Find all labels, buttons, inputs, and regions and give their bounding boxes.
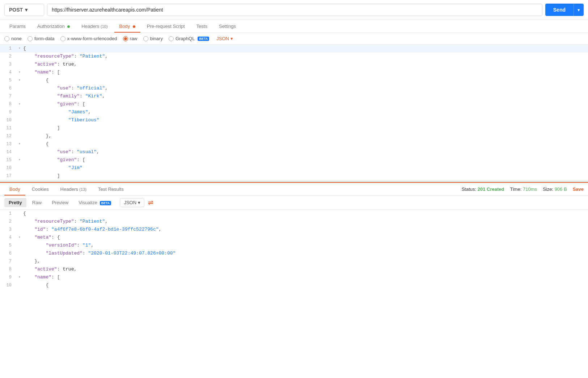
code-line: 14 "use": "usual", [0, 148, 588, 156]
save-response-button[interactable]: Save [573, 186, 584, 192]
code-line: 12 }, [0, 132, 588, 140]
method-select[interactable]: POST ▾ [4, 4, 44, 16]
collapse-arrow[interactable]: ▾ [18, 140, 21, 148]
collapse-arrow[interactable]: ▾ [18, 76, 21, 84]
code-line: 2 "resourceType": "Patient", [0, 218, 588, 226]
request-editor[interactable]: 1 ▾ { 2 "resourceType": "Patient", 3 "ac… [0, 45, 588, 182]
radio-urlencoded[interactable] [60, 36, 65, 41]
code-line: 1 ▾ { [0, 45, 588, 52]
pretty-button[interactable]: Pretty [4, 198, 26, 207]
option-urlencoded[interactable]: x-www-form-urlencoded [60, 36, 117, 41]
collapse-arrow[interactable]: ▾ [18, 45, 21, 52]
body-options-bar: none form-data x-www-form-urlencoded raw… [0, 33, 588, 45]
option-raw[interactable]: raw [123, 36, 138, 41]
pretty-bar: Pretty Raw Preview Visualize BETA JSON ▾… [0, 196, 588, 210]
resp-tab-cookies[interactable]: Cookies [27, 183, 54, 196]
code-line: 16 "Jim" [0, 164, 588, 172]
tab-settings[interactable]: Settings [214, 20, 241, 33]
visualize-button[interactable]: Visualize BETA [74, 198, 115, 207]
code-line: 7 "family": "Kirk", [0, 92, 588, 100]
code-line: 10 { [0, 281, 588, 289]
code-line: 7 }, [0, 257, 588, 265]
code-line: 6 "use": "official", [0, 84, 588, 92]
send-group: Send ▾ [545, 4, 584, 16]
radio-binary[interactable] [143, 36, 148, 41]
collapse-arrow[interactable]: ▾ [18, 156, 21, 164]
response-format-selector[interactable]: JSON ▾ [120, 198, 144, 207]
response-editor: 1 { 2 "resourceType": "Patient", 3 "id":… [0, 210, 588, 315]
resp-tab-headers[interactable]: Headers (13) [55, 183, 92, 196]
code-line: 11 ] [0, 124, 588, 132]
code-line: 3 "id": "a4f6f7e8-6bf0-4af2-bd1e-39ffc52… [0, 226, 588, 234]
code-line: 15 ▾ "given": [ [0, 156, 588, 164]
preview-button[interactable]: Preview [47, 198, 73, 207]
wrap-icon[interactable]: ⇌ [148, 199, 153, 207]
graphql-beta-badge: BETA [198, 37, 209, 41]
code-line: 10 "Tiberious" [0, 116, 588, 124]
code-line: 13 ▾ { [0, 140, 588, 148]
send-dropdown-button[interactable]: ▾ [574, 4, 584, 16]
code-line: 1 { [0, 210, 588, 218]
body-dot [133, 25, 135, 28]
tab-body[interactable]: Body [114, 20, 140, 33]
code-line: 4 ▾ "name": [ [0, 68, 588, 76]
raw-button[interactable]: Raw [28, 198, 46, 207]
collapse-arrow[interactable]: ▾ [18, 68, 21, 76]
request-tabs-bar: Params Authorization Headers (10) Body P… [0, 20, 588, 33]
url-input[interactable] [47, 4, 542, 16]
collapse-arrow[interactable]: ▾ [18, 100, 21, 108]
resp-tab-test-results[interactable]: Test Results [93, 183, 129, 196]
option-form-data[interactable]: form-data [28, 36, 55, 41]
option-binary[interactable]: binary [143, 36, 163, 41]
code-line: 9 ▾ "name": [ [0, 273, 588, 281]
code-line: 8 "active": true, [0, 265, 588, 273]
code-line: 5 ▾ { [0, 76, 588, 84]
code-line: 9 "James", [0, 108, 588, 116]
code-line: 5 "versionId": "1", [0, 242, 588, 249]
tab-tests[interactable]: Tests [191, 20, 212, 33]
send-button[interactable]: Send [545, 4, 574, 16]
resp-tab-body[interactable]: Body [4, 183, 25, 196]
code-line: 8 ▾ "given": [ [0, 100, 588, 108]
size-value: 906 B [555, 186, 567, 192]
collapse-arrow[interactable]: ▾ [18, 273, 21, 281]
code-line: 6 "lastUpdated": "2020-01-03T22:49:07.82… [0, 249, 588, 257]
status-value: 201 Created [478, 186, 504, 192]
visualize-beta-badge: BETA [100, 201, 111, 205]
tab-pre-request-script[interactable]: Pre-request Script [142, 20, 190, 33]
code-line: 4 ▾ "meta": { [0, 234, 588, 242]
code-line: 2 "resourceType": "Patient", [0, 52, 588, 60]
time-value: 710ms [523, 186, 537, 192]
top-bar: POST ▾ Send ▾ [0, 0, 588, 20]
response-status: Status: 201 Created Time: 710ms Size: 90… [462, 186, 584, 192]
radio-raw[interactable] [123, 36, 128, 41]
option-none[interactable]: none [4, 36, 22, 41]
method-dropdown-arrow[interactable]: ▾ [25, 7, 28, 13]
code-line: 18 } [0, 180, 588, 182]
response-tabs-bar: Body Cookies Headers (13) Test Results S… [0, 182, 588, 196]
radio-graphql[interactable] [169, 36, 174, 41]
code-line: 17 ] [0, 172, 588, 180]
resp-headers-badge: (13) [79, 187, 86, 192]
collapse-arrow[interactable]: ▾ [18, 234, 21, 242]
tab-authorization[interactable]: Authorization [32, 20, 75, 33]
tab-headers[interactable]: Headers (10) [76, 20, 113, 33]
authorization-dot [67, 25, 70, 28]
option-graphql[interactable]: GraphQL BETA [169, 36, 209, 41]
format-selector[interactable]: JSON ▾ [216, 36, 233, 41]
radio-form-data[interactable] [28, 36, 33, 41]
tab-params[interactable]: Params [4, 20, 31, 33]
headers-badge: (10) [101, 24, 108, 29]
code-line: 3 "active": true, [0, 60, 588, 68]
format-dropdown-arrow[interactable]: ▾ [138, 200, 140, 205]
method-label: POST [9, 7, 23, 13]
radio-none[interactable] [4, 36, 9, 41]
